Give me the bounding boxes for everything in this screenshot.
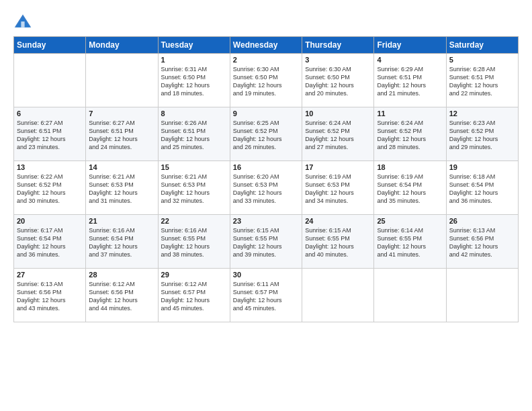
day-number: 6 [17,109,83,118]
day-number: 18 [377,163,443,171]
day-number: 1 [161,56,227,64]
day-number: 22 [161,217,227,225]
calendar-cell: 8 Sunrise: 6:26 AM Sunset: 6:51 PM Dayli… [158,107,230,161]
cell-info: Sunrise: 6:27 AM Sunset: 6:51 PM Dayligh… [89,119,154,152]
cell-info: Sunrise: 6:18 AM Sunset: 6:54 PM Dayligh… [449,173,515,205]
day-number: 25 [377,217,443,225]
calendar-cell: 28 Sunrise: 6:12 AM Sunset: 6:56 PM Dayl… [86,269,158,322]
day-number: 16 [233,163,299,171]
calendar-cell: 2 Sunrise: 6:30 AM Sunset: 6:50 PM Dayli… [230,54,302,107]
cell-info: Sunrise: 6:26 AM Sunset: 6:51 PM Dayligh… [161,119,227,152]
cell-info: Sunrise: 6:21 AM Sunset: 6:53 PM Dayligh… [89,173,154,205]
cell-info: Sunrise: 6:15 AM Sunset: 6:55 PM Dayligh… [305,226,371,259]
day-number: 10 [305,109,371,118]
calendar-cell: 9 Sunrise: 6:25 AM Sunset: 6:52 PM Dayli… [230,107,302,161]
day-number: 26 [449,217,515,225]
cell-info: Sunrise: 6:12 AM Sunset: 6:56 PM Dayligh… [89,280,154,313]
calendar-cell: 10 Sunrise: 6:24 AM Sunset: 6:52 PM Dayl… [302,107,374,161]
day-number: 13 [17,163,83,171]
calendar-cell: 20 Sunrise: 6:17 AM Sunset: 6:54 PM Dayl… [14,215,86,269]
calendar-cell: 1 Sunrise: 6:31 AM Sunset: 6:50 PM Dayli… [158,54,230,107]
cell-info: Sunrise: 6:28 AM Sunset: 6:51 PM Dayligh… [449,65,515,98]
cell-info: Sunrise: 6:25 AM Sunset: 6:52 PM Dayligh… [233,119,299,152]
cell-info: Sunrise: 6:31 AM Sunset: 6:50 PM Dayligh… [161,65,227,98]
calendar-weekday-monday: Monday [86,37,158,54]
day-number: 4 [377,56,443,64]
calendar-weekday-tuesday: Tuesday [158,37,230,54]
day-number: 15 [161,163,227,171]
calendar-week-row: 27 Sunrise: 6:13 AM Sunset: 6:56 PM Dayl… [14,269,519,322]
calendar-cell: 27 Sunrise: 6:13 AM Sunset: 6:56 PM Dayl… [14,269,86,322]
calendar-cell: 22 Sunrise: 6:16 AM Sunset: 6:55 PM Dayl… [158,215,230,269]
day-number: 24 [305,217,371,225]
day-number: 5 [449,56,515,64]
calendar-cell: 30 Sunrise: 6:11 AM Sunset: 6:57 PM Dayl… [230,269,302,322]
cell-info: Sunrise: 6:27 AM Sunset: 6:51 PM Dayligh… [17,119,83,152]
day-number: 30 [233,271,299,279]
calendar-cell: 16 Sunrise: 6:20 AM Sunset: 6:53 PM Dayl… [230,161,302,215]
day-number: 19 [449,163,515,171]
calendar-week-row: 20 Sunrise: 6:17 AM Sunset: 6:54 PM Dayl… [14,215,519,269]
calendar-weekday-friday: Friday [374,37,446,54]
day-number: 21 [89,217,154,225]
calendar-table: SundayMondayTuesdayWednesdayThursdayFrid… [13,36,519,322]
calendar-cell [446,269,518,322]
calendar-cell: 18 Sunrise: 6:19 AM Sunset: 6:54 PM Dayl… [374,161,446,215]
day-number: 28 [89,271,154,279]
calendar-cell: 4 Sunrise: 6:29 AM Sunset: 6:51 PM Dayli… [374,54,446,107]
calendar-cell: 21 Sunrise: 6:16 AM Sunset: 6:54 PM Dayl… [86,215,158,269]
cell-info: Sunrise: 6:22 AM Sunset: 6:52 PM Dayligh… [17,173,83,205]
cell-info: Sunrise: 6:19 AM Sunset: 6:53 PM Dayligh… [305,173,371,205]
page: SundayMondayTuesdayWednesdayThursdayFrid… [0,0,532,411]
cell-info: Sunrise: 6:21 AM Sunset: 6:53 PM Dayligh… [161,173,227,205]
day-number: 17 [305,163,371,171]
cell-info: Sunrise: 6:12 AM Sunset: 6:57 PM Dayligh… [161,280,227,313]
cell-info: Sunrise: 6:24 AM Sunset: 6:52 PM Dayligh… [305,119,371,152]
day-number: 8 [161,109,227,118]
calendar-header-row: SundayMondayTuesdayWednesdayThursdayFrid… [14,37,519,54]
calendar-cell: 5 Sunrise: 6:28 AM Sunset: 6:51 PM Dayli… [446,54,518,107]
calendar-cell [14,54,86,107]
cell-info: Sunrise: 6:30 AM Sunset: 6:50 PM Dayligh… [305,65,371,98]
day-number: 12 [449,109,515,118]
day-number: 3 [305,56,371,64]
cell-info: Sunrise: 6:14 AM Sunset: 6:55 PM Dayligh… [377,226,443,259]
calendar-week-row: 1 Sunrise: 6:31 AM Sunset: 6:50 PM Dayli… [14,54,519,107]
calendar-cell: 25 Sunrise: 6:14 AM Sunset: 6:55 PM Dayl… [374,215,446,269]
cell-info: Sunrise: 6:15 AM Sunset: 6:55 PM Dayligh… [233,226,299,259]
cell-info: Sunrise: 6:30 AM Sunset: 6:50 PM Dayligh… [233,65,299,98]
calendar-week-row: 13 Sunrise: 6:22 AM Sunset: 6:52 PM Dayl… [14,161,519,215]
svg-rect-2 [21,21,24,28]
calendar-cell: 12 Sunrise: 6:23 AM Sunset: 6:52 PM Dayl… [446,107,518,161]
cell-info: Sunrise: 6:16 AM Sunset: 6:55 PM Dayligh… [161,226,227,259]
calendar-cell: 6 Sunrise: 6:27 AM Sunset: 6:51 PM Dayli… [14,107,86,161]
cell-info: Sunrise: 6:23 AM Sunset: 6:52 PM Dayligh… [449,119,515,152]
day-number: 9 [233,109,299,118]
calendar-cell: 15 Sunrise: 6:21 AM Sunset: 6:53 PM Dayl… [158,161,230,215]
calendar-cell: 13 Sunrise: 6:22 AM Sunset: 6:52 PM Dayl… [14,161,86,215]
calendar-weekday-thursday: Thursday [302,37,374,54]
calendar-cell: 23 Sunrise: 6:15 AM Sunset: 6:55 PM Dayl… [230,215,302,269]
calendar-cell: 11 Sunrise: 6:24 AM Sunset: 6:52 PM Dayl… [374,107,446,161]
cell-info: Sunrise: 6:16 AM Sunset: 6:54 PM Dayligh… [89,226,154,259]
day-number: 7 [89,109,154,118]
day-number: 23 [233,217,299,225]
day-number: 14 [89,163,154,171]
cell-info: Sunrise: 6:13 AM Sunset: 6:56 PM Dayligh… [17,280,83,313]
calendar-weekday-saturday: Saturday [446,37,518,54]
day-number: 20 [17,217,83,225]
calendar-cell: 14 Sunrise: 6:21 AM Sunset: 6:53 PM Dayl… [86,161,158,215]
day-number: 29 [161,271,227,279]
calendar-week-row: 6 Sunrise: 6:27 AM Sunset: 6:51 PM Dayli… [14,107,519,161]
day-number: 27 [17,271,83,279]
cell-info: Sunrise: 6:29 AM Sunset: 6:51 PM Dayligh… [377,65,443,98]
cell-info: Sunrise: 6:19 AM Sunset: 6:54 PM Dayligh… [377,173,443,205]
cell-info: Sunrise: 6:24 AM Sunset: 6:52 PM Dayligh… [377,119,443,152]
calendar-weekday-wednesday: Wednesday [230,37,302,54]
calendar-cell: 19 Sunrise: 6:18 AM Sunset: 6:54 PM Dayl… [446,161,518,215]
header [13,12,519,31]
cell-info: Sunrise: 6:17 AM Sunset: 6:54 PM Dayligh… [17,226,83,259]
day-number: 2 [233,56,299,64]
cell-info: Sunrise: 6:11 AM Sunset: 6:57 PM Dayligh… [233,280,299,313]
calendar-cell: 24 Sunrise: 6:15 AM Sunset: 6:55 PM Dayl… [302,215,374,269]
